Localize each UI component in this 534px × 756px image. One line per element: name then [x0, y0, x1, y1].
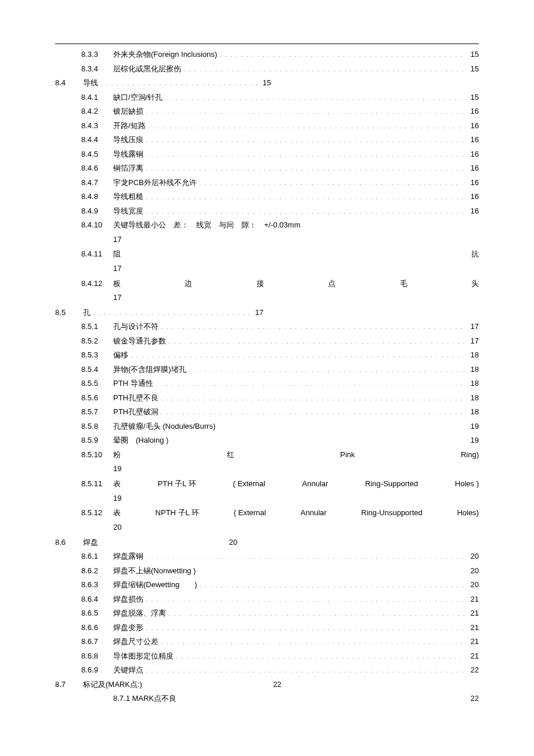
page-number: 16 [467, 191, 479, 202]
page-number: 16 [467, 134, 479, 146]
entry-title: 晕圈 (Haloing ) [113, 435, 168, 446]
page-number: 20 [226, 537, 237, 548]
entry-number: 8.5.11 [81, 478, 113, 490]
entry-number: 8.6.1 [81, 551, 113, 562]
entry-number: 8.5.7 [81, 406, 113, 418]
entry-title: 板边接点毛头 [113, 278, 479, 290]
toc-section: 8.7 标记及(MARK点:)22 [55, 679, 479, 690]
section-title: 导线 [83, 77, 98, 89]
toc-entry: 8.4.11阻抗 [55, 248, 479, 260]
toc-entry: 8.5.9晕圈 (Haloing )19 [55, 435, 479, 446]
leader-dots [146, 149, 465, 157]
page-number: 17 [113, 292, 479, 304]
entry-title: 焊盘尺寸公差 [113, 636, 158, 648]
toc-page: 8.3.3外来夹杂物(Foreign Inclusions)158.3.4层棕化… [0, 0, 534, 742]
entry-number: 8.4.5 [81, 149, 113, 160]
entry-title: 焊盘露铜 [113, 551, 143, 562]
entry-number: 8.5.10 [81, 449, 113, 461]
page-number: 22 [467, 664, 479, 676]
leader-dots [189, 364, 465, 372]
toc-entry: 8.5.1孔与设计不符17 [55, 321, 479, 332]
leader-dots [146, 135, 465, 142]
leader-dots [165, 92, 465, 100]
entry-number: 8.4.1 [81, 92, 113, 103]
toc-entry: 8.4.12板边接点毛头 [55, 278, 479, 290]
entry-title: 表PTH 子L 环( ExternalAnnularRing-Supported… [113, 478, 479, 490]
entry-number: 8.4.12 [81, 278, 113, 290]
section-title: 标记及(MARK点:) [83, 679, 142, 690]
toc-entry: 8.4.2镀层缺损16 [55, 106, 479, 117]
entry-number: 8.6.8 [81, 650, 113, 662]
entry-number: 8.4.10 [81, 219, 113, 231]
page-number: 21 [467, 650, 479, 662]
leader-dots [131, 350, 465, 357]
page-number: 16 [467, 106, 479, 117]
entry-number: 8.4.4 [81, 134, 113, 146]
toc-entry: 8.6.4焊盘损伤21 [55, 594, 479, 605]
page-number: 21 [467, 594, 479, 605]
page-number: 17 [467, 335, 479, 347]
entry-number: 8.5.4 [81, 364, 113, 375]
entry-title: 8.7.1 MARK点不良 [113, 693, 176, 704]
entry-title: 焊盘变形 [113, 622, 143, 634]
toc-entry: 8.4.6铜箔浮离16 [55, 162, 479, 174]
toc-entry: 8.5.7PTH孔壁破洞18 [55, 406, 479, 418]
toc-entry: 8.5.11表PTH 子L 环( ExternalAnnularRing-Sup… [55, 478, 479, 490]
entry-number: 8.5.3 [81, 349, 113, 361]
entry-title: 镀金导通孔参数 [113, 335, 166, 347]
toc-entry: 8.4.7宇龙PCB外层补线不允许16 [55, 177, 479, 189]
toc-entry: 8.4.1缺口/空洞/针孔15 [55, 92, 479, 103]
leader-dots [146, 623, 465, 630]
leader-dots [168, 608, 465, 616]
toc-entry: 8.4.5导线露铜16 [55, 149, 479, 160]
page-number: 19 [113, 493, 479, 505]
toc-entry: 8.5.8孔壁镀瘤/毛头 (Nodules/Burrs)19 [55, 421, 479, 432]
leader-dots [161, 407, 465, 414]
entry-title: 镀层缺损 [113, 106, 143, 117]
entry-title: 异物(不含阻焊膜)堵孔 [113, 364, 186, 375]
section-number: 8.6 [55, 537, 75, 548]
page-number: 17 [113, 234, 479, 246]
entry-number: 8.5.12 [81, 507, 113, 519]
entry-number: 8.3.4 [81, 63, 113, 75]
leader-dots [146, 551, 465, 559]
entry-number: 8.4.9 [81, 205, 113, 217]
page-number: 18 [467, 406, 479, 418]
page-number: 19 [467, 435, 479, 446]
toc-entry: 8.4.3开路/短路16 [55, 120, 479, 132]
leader-dots [100, 78, 257, 85]
page-number: 17 [252, 307, 264, 319]
page-number: 20 [113, 522, 479, 534]
toc-entry: 8.3.3外来夹杂物(Foreign Inclusions)15 [55, 49, 479, 60]
toc-entry: 8.4.10关键导线最小公 差： 线宽 与间 隙： +/-0.03mm [55, 219, 479, 231]
toc-entry: 8.7.1 MARK点不良22 [55, 693, 479, 704]
toc-entry: 8.4.9导线宽度16 [55, 205, 479, 217]
leader-dots [146, 163, 465, 171]
entry-title: 孔与设计不符 [113, 321, 158, 332]
entry-title: 铜箔浮离 [113, 162, 143, 174]
entry-title: 外来夹杂物(Foreign Inclusions) [113, 49, 217, 60]
page-number: 19 [113, 463, 479, 475]
toc-entry: 8.5.4异物(不含阻焊膜)堵孔18 [55, 364, 479, 375]
entry-title: 导体图形定位精度 [113, 650, 174, 662]
leader-dots [146, 106, 465, 114]
entry-title: 关键导线最小公 差： 线宽 与间 隙： +/-0.03mm [113, 219, 301, 231]
entry-title: 焊盘不上锡(Nonwetting ) [113, 565, 196, 577]
toc-entry: 8.6.2焊盘不上锡(Nonwetting )20 [55, 565, 479, 577]
page-number: 18 [467, 364, 479, 375]
section-number: 8.7 [55, 679, 75, 690]
page-number: 15 [259, 77, 271, 89]
page-number: 16 [467, 120, 479, 132]
leader-dots [146, 191, 465, 199]
leader-dots [168, 336, 465, 343]
entry-number: 8.4.2 [81, 106, 113, 117]
entry-title: 层棕化或黑化层擦伤 [113, 63, 181, 75]
leader-dots [199, 178, 465, 185]
entry-title: 粉红PinkRing) [113, 449, 479, 461]
toc-entry: 8.4.4导线压痕16 [55, 134, 479, 146]
toc-section: 8.5 孔17 [55, 307, 479, 319]
entry-title: 偏移 [113, 349, 128, 361]
page-number: 16 [467, 205, 479, 217]
entry-number: 8.5.9 [81, 435, 113, 446]
toc-entry: 8.3.4层棕化或黑化层擦伤15 [55, 63, 479, 75]
